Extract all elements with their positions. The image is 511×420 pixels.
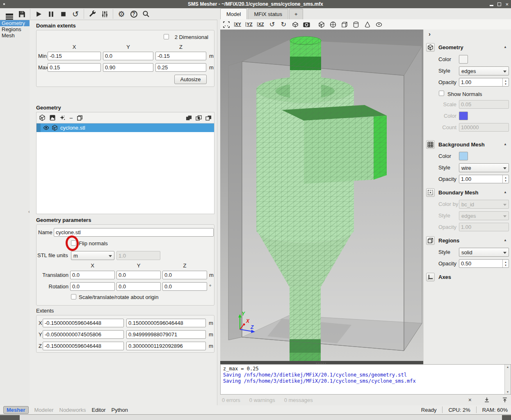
bg-mesh-opacity-spinbox[interactable]: 1.00▲▼ [459,175,509,183]
toggle-box-button[interactable] [340,20,349,29]
tab-model[interactable]: Model [220,8,247,19]
copy-geometry-icon[interactable] [77,115,83,121]
save-button[interactable] [16,9,28,19]
search-button[interactable] [140,9,152,19]
spin-down-icon[interactable]: ▼ [504,264,507,267]
background-mesh-header[interactable]: Background Mesh ▲ [424,140,511,149]
geometry-opacity-spinbox[interactable]: 1.00▲▼ [459,78,509,87]
sidebar-item-mesh[interactable]: Mesh [0,32,30,39]
boolean-union-icon[interactable] [186,115,192,121]
toggle-geometry-button[interactable] [317,20,326,29]
spin-down-icon[interactable]: ▼ [504,82,507,86]
bg-mesh-color-swatch[interactable] [459,152,468,160]
help-button[interactable]: ? [128,9,140,19]
rotate-right-button[interactable]: ↻ [279,20,288,29]
extents-y-max-input[interactable] [126,330,206,339]
boolean-subtract-icon[interactable] [205,115,212,121]
scroll-up-icon[interactable]: ▲ [506,365,509,368]
boundary-mesh-header[interactable]: Boundary Mesh ▲ [424,188,511,197]
spin-up-icon[interactable]: ▲ [504,79,507,82]
collapse-icon[interactable]: ▲ [504,238,507,242]
geometry-style-select[interactable]: edges [459,66,509,75]
stop-button[interactable] [57,9,69,19]
reset-view-button[interactable] [222,20,230,29]
maximize-button[interactable] [497,2,501,6]
console-line-link[interactable]: Saving /nfs/home/3/dietikej/MFiX/20.1/cy… [223,372,508,378]
toggle-cone-button[interactable] [363,20,372,29]
add-geometry-icon[interactable] [39,114,46,121]
screenshot-button[interactable] [302,20,311,29]
toggle-sphere-button[interactable] [328,20,337,29]
wizard-icon[interactable] [59,115,66,121]
menu-button[interactable] [3,9,16,19]
view-yz-button[interactable]: YZ [245,20,253,29]
console-line-link[interactable]: Saving /nfs/home/3/dietikej/MFiX/20.1/cy… [223,378,508,384]
mode-editor-button[interactable]: Editor [92,407,106,413]
pause-button[interactable] [45,9,57,19]
autosize-button[interactable]: Autosize [174,75,207,84]
extents-z-max-input[interactable] [126,342,206,350]
toggle-torus-button[interactable] [374,20,383,29]
remove-geometry-icon[interactable]: − [69,114,73,121]
translation-x-input[interactable] [70,271,115,279]
minimize-button[interactable] [490,5,493,6]
perspective-button[interactable] [291,20,299,29]
scroll-to-top-button[interactable] [502,397,508,403]
about-origin-checkbox[interactable] [71,294,76,299]
scroll-to-end-button[interactable] [484,397,490,403]
console-scrollbar[interactable]: ▲ ▼ [504,365,511,394]
bg-mesh-style-select[interactable]: wire [459,163,509,172]
rotation-x-input[interactable] [70,282,115,291]
domain-min-y-input[interactable] [103,52,153,60]
extents-x-min-input[interactable] [43,319,124,327]
domain-max-y-input[interactable] [103,63,153,72]
mode-python-button[interactable]: Python [112,407,128,413]
scroll-cap-left[interactable] [0,415,20,420]
sidebar-item-geometry[interactable]: Geometry [0,20,30,26]
regions-style-select[interactable]: solid [459,248,509,257]
spin-up-icon[interactable]: ▲ [504,260,507,264]
geometry-display-header[interactable]: Geometry ▲ [424,43,511,52]
collapse-icon[interactable]: ▲ [504,190,507,194]
rotation-z-input[interactable] [162,282,207,291]
extents-z-min-input[interactable] [43,342,124,350]
extents-x-max-input[interactable] [126,319,206,327]
two-dimensional-checkbox[interactable] [164,34,169,39]
axes-header[interactable]: Axes [424,273,511,282]
spin-up-icon[interactable]: ▲ [504,176,507,179]
mode-mesher-button[interactable]: Mesher [3,406,29,414]
view-xz-button[interactable]: XZ [256,20,265,29]
show-normals-checkbox[interactable] [439,91,444,96]
domain-min-x-input[interactable] [48,52,101,60]
tab-add[interactable]: + [289,9,303,19]
parameters-button[interactable] [98,9,111,19]
domain-min-z-input[interactable] [155,52,206,60]
geometry-list-item[interactable]: cyclone.stl [36,123,214,132]
settings-button[interactable]: ⚙ [115,9,128,19]
run-button[interactable] [32,9,45,19]
stl-units-select[interactable]: m [71,251,114,260]
extents-y-min-input[interactable] [43,330,124,339]
viewport-3d[interactable]: Y Z X [220,30,423,364]
scroll-down-icon[interactable]: ▼ [506,390,509,393]
bottom-scroll-strip[interactable] [0,414,511,420]
collapse-icon[interactable]: ▲ [504,142,507,146]
translation-y-input[interactable] [116,271,161,279]
spin-down-icon[interactable]: ▼ [504,179,507,183]
scroll-cap-right[interactable] [502,415,511,420]
rotation-y-input[interactable] [116,282,161,291]
geometry-color-swatch[interactable] [459,55,468,64]
toggle-cylinder-button[interactable] [351,20,360,29]
collapse-icon[interactable]: ▲ [504,45,507,49]
console-output[interactable]: z_max = 0.25 Saving /nfs/home/3/dietikej… [220,364,511,395]
rotate-left-button[interactable]: ↺ [268,20,276,29]
filter-geometry-icon[interactable] [49,114,56,121]
sidebar-item-regions[interactable]: Regions [0,26,30,32]
view-xy-button[interactable]: XY [233,20,242,29]
domain-max-z-input[interactable] [155,63,206,72]
domain-max-x-input[interactable] [48,63,101,72]
visibility-eye-icon[interactable] [43,125,49,131]
reset-button[interactable]: ↺ [69,9,82,19]
clear-console-button[interactable]: × [468,397,472,403]
build-button[interactable] [86,9,98,19]
